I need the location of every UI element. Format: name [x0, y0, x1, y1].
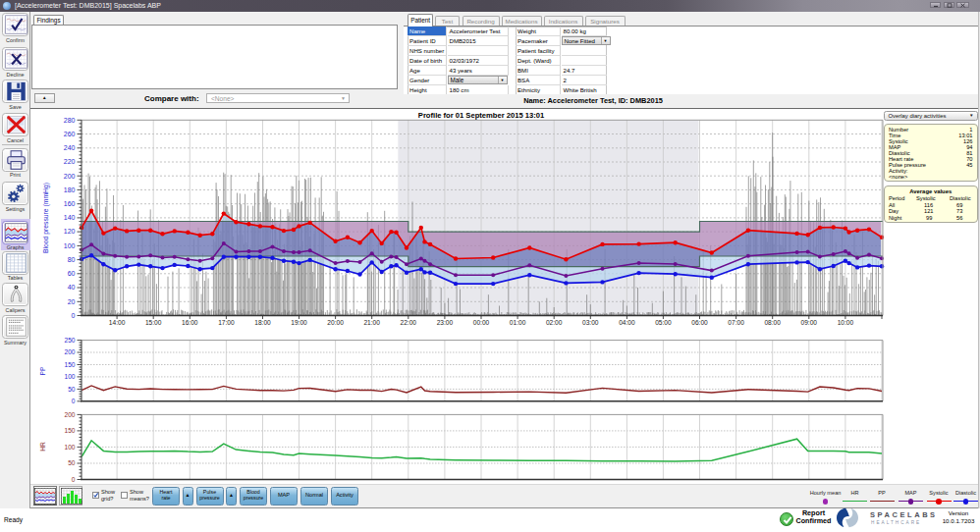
- svg-text:200: 200: [64, 411, 75, 418]
- svg-text:180: 180: [64, 186, 76, 193]
- svg-text:14:00: 14:00: [109, 319, 126, 326]
- svg-text:03:00: 03:00: [582, 319, 599, 326]
- svg-text:PP: PP: [39, 366, 46, 375]
- svg-text:280: 280: [64, 117, 76, 124]
- svg-text:0: 0: [72, 398, 76, 404]
- svg-text:0: 0: [72, 476, 76, 483]
- svg-text:09:00: 09:00: [801, 319, 818, 326]
- svg-text:05:00: 05:00: [655, 319, 672, 326]
- svg-text:140: 140: [64, 214, 76, 221]
- svg-text:160: 160: [64, 200, 76, 207]
- svg-text:100: 100: [64, 373, 75, 380]
- svg-text:220: 220: [64, 158, 76, 165]
- svg-text:50: 50: [68, 459, 76, 466]
- svg-text:80: 80: [68, 256, 76, 263]
- svg-text:60: 60: [68, 270, 76, 277]
- svg-text:HR: HR: [39, 442, 46, 452]
- svg-text:50: 50: [68, 386, 76, 393]
- svg-text:17:00: 17:00: [218, 319, 235, 326]
- svg-text:21:00: 21:00: [363, 319, 380, 326]
- svg-text:150: 150: [64, 361, 75, 368]
- svg-text:22:00: 22:00: [401, 319, 417, 326]
- svg-text:40: 40: [68, 284, 76, 291]
- svg-text:16:00: 16:00: [182, 319, 198, 326]
- svg-text:04:00: 04:00: [619, 319, 635, 326]
- svg-text:02:00: 02:00: [546, 319, 563, 326]
- svg-text:200: 200: [64, 173, 76, 180]
- svg-text:240: 240: [64, 144, 76, 151]
- svg-text:10:00: 10:00: [838, 319, 854, 326]
- svg-text:15:00: 15:00: [145, 319, 162, 326]
- svg-text:20: 20: [68, 298, 76, 305]
- svg-text:08:00: 08:00: [764, 319, 781, 326]
- svg-text:20:00: 20:00: [327, 319, 344, 326]
- svg-text:07:00: 07:00: [728, 319, 744, 326]
- svg-text:Profile for 01 September 2015: Profile for 01 September 2015 13:01: [418, 111, 545, 120]
- svg-text:250: 250: [64, 337, 75, 344]
- svg-text:06:00: 06:00: [691, 319, 708, 326]
- svg-text:18:00: 18:00: [254, 319, 271, 326]
- svg-text:19:00: 19:00: [291, 319, 307, 326]
- svg-text:200: 200: [64, 348, 75, 355]
- svg-text:00:00: 00:00: [473, 319, 490, 326]
- svg-text:260: 260: [64, 131, 76, 137]
- svg-text:01:00: 01:00: [510, 319, 526, 326]
- svg-text:0: 0: [72, 312, 76, 319]
- svg-text:120: 120: [64, 228, 76, 235]
- svg-text:100: 100: [64, 242, 76, 249]
- svg-text:23:00: 23:00: [437, 319, 454, 326]
- svg-text:Blood pressure (mmHg): Blood pressure (mmHg): [42, 183, 50, 253]
- svg-text:100: 100: [64, 444, 75, 451]
- svg-text:150: 150: [64, 427, 75, 434]
